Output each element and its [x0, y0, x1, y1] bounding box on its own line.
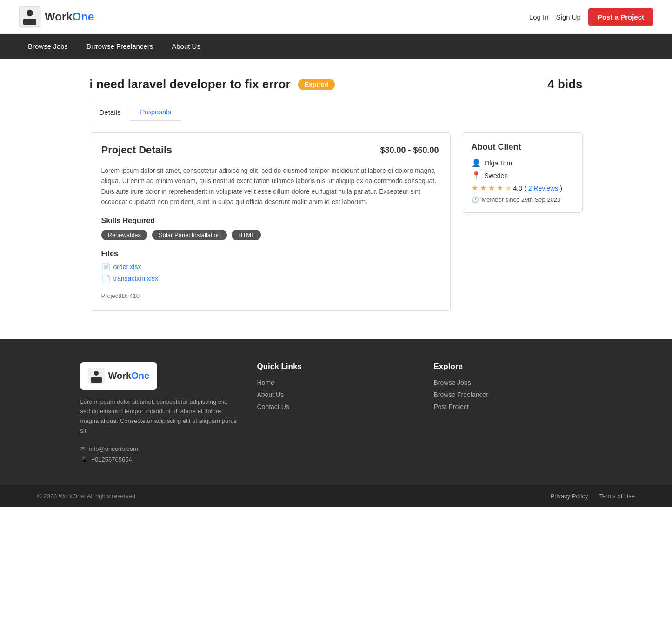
quick-links-title: Quick Links: [257, 362, 415, 371]
footer-grid: WorkOne Lorem ipsum dolor sit amet, cons…: [80, 362, 592, 467]
client-rating-row: ★ ★ ★ ★ ★ 4.0 ( 2 Reviews ): [472, 184, 573, 192]
project-title-row: i need laravel developer to fix error Ex…: [90, 77, 583, 92]
svg-rect-6: [91, 377, 102, 383]
email-icon: ✉: [80, 445, 86, 452]
project-card-title: Project Details: [101, 144, 173, 156]
header-actions: Log In Sign Up Post a Project: [529, 8, 653, 26]
project-title-left: i need laravel developer to fix error Ex…: [90, 77, 335, 92]
skills-list: Renewables Solar Panel Installation HTML: [101, 230, 439, 240]
footer-link-home[interactable]: Home: [257, 379, 415, 386]
terms-of-use-link[interactable]: Terms of Use: [599, 493, 635, 500]
content-row: Project Details $30.00 - $60.00 Lorem ip…: [90, 132, 583, 311]
project-card-header: Project Details $30.00 - $60.00: [101, 144, 439, 156]
rating-close: ): [560, 185, 562, 192]
footer-bottom-links: Privacy Policy Terms of Use: [551, 493, 635, 500]
footer-quick-links-col: Quick Links Home About Us Contact Us: [257, 362, 415, 467]
footer-logo-icon: [88, 368, 105, 384]
footer-email: info@onecrib.com: [89, 445, 138, 452]
files-title: Files: [101, 250, 439, 258]
bids-count: 4 bids: [547, 77, 582, 92]
footer-link-contact[interactable]: Contact Us: [257, 403, 415, 410]
files-section: Files 📄 order.xlsx 📄 transaction.xlsx: [101, 250, 439, 283]
file-icon-transaction: 📄: [101, 274, 111, 283]
clock-icon: 🕐: [472, 196, 479, 203]
nav-browse-freelancers[interactable]: Brrrowse Freelancers: [77, 34, 162, 59]
login-button[interactable]: Log In: [529, 13, 549, 21]
star-4: ★: [497, 184, 503, 192]
project-id: ProjectID: 410: [101, 292, 439, 299]
project-tabs: Details Proposals: [90, 103, 583, 121]
location-icon: 📍: [472, 171, 481, 180]
phone-icon: 📱: [80, 456, 88, 463]
footer-logo: WorkOne: [80, 362, 157, 390]
logo: WorkOne: [19, 6, 94, 28]
project-price: $30.00 - $60.00: [380, 145, 439, 155]
footer-bottom: © 2023 WorkOne. All rights reserved. Pri…: [0, 485, 672, 507]
client-name: Olga Tom: [485, 159, 512, 167]
footer-phone-row: 📱 +01256765654: [80, 456, 239, 463]
skill-tag-renewables: Renewables: [101, 230, 148, 240]
skills-title: Skills Required: [101, 217, 439, 225]
file-order[interactable]: 📄 order.xlsx: [101, 263, 439, 271]
signup-button[interactable]: Sign Up: [556, 13, 581, 21]
main-nav: Browse Jobs Brrrowse Freelancers About U…: [0, 34, 672, 59]
footer-link-post-project[interactable]: Post Project: [434, 403, 592, 410]
member-since-row: 🕐 Member since 29th Sep 2023: [472, 196, 573, 203]
skill-tag-solar: Solar Panel Installation: [152, 230, 227, 240]
about-client-card: About Client 👤 Olga Tom 📍 Sweden ★ ★ ★ ★…: [462, 132, 583, 213]
client-country: Sweden: [485, 172, 508, 179]
skill-tag-html: HTML: [232, 230, 261, 240]
footer-phone: +01256765654: [92, 456, 132, 463]
star-2: ★: [480, 184, 486, 192]
logo-text: WorkOne: [45, 10, 94, 23]
svg-rect-2: [23, 19, 36, 25]
svg-point-1: [27, 10, 33, 16]
client-name-row: 👤 Olga Tom: [472, 158, 573, 167]
star-1: ★: [472, 184, 478, 192]
expired-badge: Expired: [298, 79, 335, 90]
user-icon: 👤: [472, 158, 481, 167]
tab-details[interactable]: Details: [90, 103, 131, 121]
reviews-link[interactable]: 2 Reviews: [528, 185, 559, 192]
star-5: ★: [505, 184, 512, 192]
file-icon-order: 📄: [101, 263, 111, 271]
rating-separator: (: [524, 185, 526, 192]
svg-point-5: [94, 371, 99, 376]
privacy-policy-link[interactable]: Privacy Policy: [551, 493, 588, 500]
project-details-card: Project Details $30.00 - $60.00 Lorem ip…: [90, 132, 451, 311]
project-title: i need laravel developer to fix error: [90, 77, 291, 92]
tab-proposals[interactable]: Proposals: [130, 103, 181, 121]
explore-title: Explore: [434, 362, 592, 371]
copyright-text: © 2023 WorkOne. All rights reserved.: [37, 493, 137, 500]
header: WorkOne Log In Sign Up Post a Project: [0, 0, 672, 34]
footer-email-row: ✉ info@onecrib.com: [80, 445, 239, 452]
main-content: i need laravel developer to fix error Ex…: [80, 59, 592, 339]
nav-about-us[interactable]: About Us: [162, 34, 210, 59]
file-transaction[interactable]: 📄 transaction.xlsx: [101, 274, 439, 283]
footer-link-browse-jobs[interactable]: Browse Jobs: [434, 379, 592, 386]
footer-description: Lorem ipsum dolor sit amet, consectetur …: [80, 397, 239, 436]
footer-link-about[interactable]: About Us: [257, 391, 415, 398]
file-transaction-name: transaction.xlsx: [113, 275, 158, 282]
footer-logo-text: WorkOne: [108, 370, 150, 381]
star-3: ★: [488, 184, 495, 192]
member-since-text: Member since 29th Sep 2023: [482, 196, 561, 203]
footer-explore-col: Explore Browse Jobs Browse Freelancer Po…: [434, 362, 592, 467]
project-description: Lorem ipsum dolor sit amet, consectetur …: [101, 165, 439, 207]
logo-icon: [19, 6, 41, 28]
nav-browse-jobs[interactable]: Browse Jobs: [19, 34, 77, 59]
footer-link-browse-freelancer[interactable]: Browse Freelancer: [434, 391, 592, 398]
post-project-button[interactable]: Post a Project: [588, 8, 653, 26]
file-order-name: order.xlsx: [113, 263, 141, 270]
footer: WorkOne Lorem ipsum dolor sit amet, cons…: [0, 339, 672, 485]
client-card-title: About Client: [472, 142, 573, 152]
client-country-row: 📍 Sweden: [472, 171, 573, 180]
rating-value: 4.0: [513, 185, 522, 192]
footer-brand-col: WorkOne Lorem ipsum dolor sit amet, cons…: [80, 362, 239, 467]
